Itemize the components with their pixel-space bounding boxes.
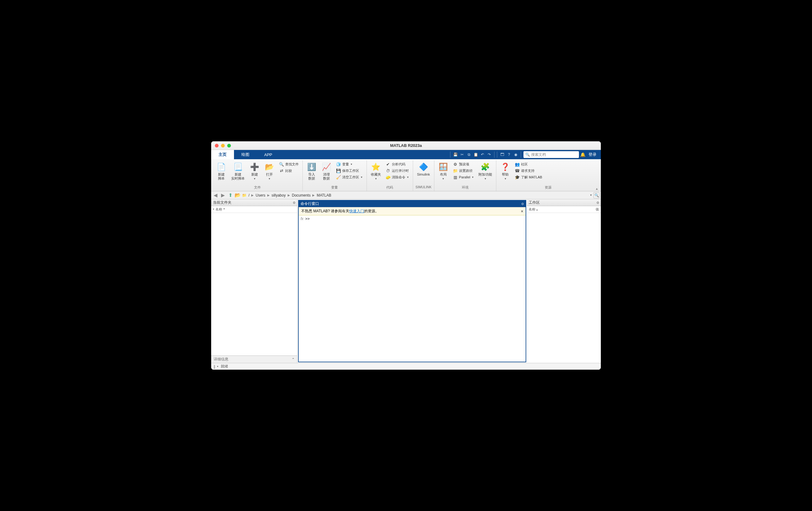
breadcrumb-segment[interactable]: Documents bbox=[292, 193, 311, 197]
new-variable-button[interactable]: 🧊变量 ▼ bbox=[335, 161, 364, 167]
undo-icon[interactable]: ↶ bbox=[480, 152, 486, 158]
minimize-icon[interactable] bbox=[221, 144, 225, 147]
workspace-header[interactable]: 工作区 ⊙ bbox=[527, 199, 601, 206]
new-script-button[interactable]: 📄 新建 脚本 bbox=[215, 161, 228, 182]
help-button[interactable]: ❓ 帮助▼ bbox=[499, 161, 512, 182]
parallel-button[interactable]: ▥Parallel ▼ bbox=[452, 174, 475, 180]
redo-icon[interactable]: ↷ bbox=[486, 152, 492, 158]
chevron-down-icon: ▼ bbox=[375, 178, 377, 180]
path-search-button[interactable]: 🔍 bbox=[593, 192, 600, 198]
new-button[interactable]: ➕ 新建▼ bbox=[248, 161, 261, 182]
chevron-down-icon: ▼ bbox=[442, 178, 444, 180]
community-button[interactable]: 👥社区 bbox=[514, 161, 543, 167]
current-folder-header[interactable]: 当前文件夹 ⊙ bbox=[211, 199, 297, 206]
command-window-body[interactable]: fx >> bbox=[299, 215, 526, 362]
folder-icon: 📁 bbox=[242, 193, 246, 197]
panel-menu-icon[interactable]: ⊙ bbox=[293, 201, 295, 204]
nav-forward-button[interactable]: ▶ bbox=[220, 192, 226, 198]
nav-up-button[interactable]: ⬆ bbox=[227, 192, 233, 198]
tab-plots[interactable]: 绘图 bbox=[234, 150, 257, 159]
chevron-down-icon: ▼ bbox=[350, 163, 353, 166]
path-dropdown-icon[interactable]: ▼ bbox=[590, 194, 592, 196]
help-icon[interactable]: ? bbox=[506, 152, 512, 158]
parallel-icon: ▥ bbox=[453, 174, 458, 180]
panel-menu-icon[interactable]: ⊙ bbox=[521, 202, 524, 206]
ribbon-group-variable: ⬇️ 导入 数据 📈 清理 数据 🧊变量 ▼ 💾保存工作区 🧹清空工作区 ▼ 变… bbox=[303, 160, 367, 191]
tab-apps[interactable]: APP bbox=[257, 150, 280, 159]
search-docs-input[interactable]: 🔍 搜索文档 bbox=[523, 151, 579, 158]
breadcrumb: 📁 /▶ Users▶ sillyaboy▶ Documents▶ MATLAB bbox=[242, 193, 588, 197]
current-folder-column-header[interactable]: ▪ 名称 ▴ bbox=[211, 206, 297, 213]
paste-icon[interactable]: 📋 bbox=[472, 152, 479, 158]
notifications-icon[interactable]: 🔔 bbox=[580, 152, 585, 157]
copy-icon[interactable]: ⧉ bbox=[466, 152, 472, 158]
clean-data-button[interactable]: 📈 清理 数据 bbox=[320, 161, 333, 182]
command-window-panel: 命令行窗口 ⊙ 不熟悉 MATLAB? 请参阅有关快速入门的资源。 × fx >… bbox=[298, 200, 526, 362]
learn-matlab-button[interactable]: 🎓了解 MATLAB bbox=[514, 174, 543, 180]
simulink-icon: 🔷 bbox=[418, 162, 429, 172]
addons-button[interactable]: 🧩 附加功能▼ bbox=[477, 161, 494, 182]
clear-workspace-button[interactable]: 🧹清空工作区 ▼ bbox=[335, 174, 364, 180]
cut-icon[interactable]: ✂ bbox=[459, 152, 465, 158]
community-icon: 👥 bbox=[515, 162, 520, 167]
help-large-icon: ❓ bbox=[500, 162, 510, 172]
window-title: MATLAB R2023a bbox=[390, 143, 422, 148]
new-live-script-button[interactable]: 📃 新建 实时脚本 bbox=[230, 161, 246, 182]
expand-icon[interactable]: ⌃ bbox=[292, 357, 295, 362]
status-menu-icon[interactable]: ▾ bbox=[217, 365, 218, 368]
clean-data-icon: 📈 bbox=[322, 162, 331, 172]
app-window: MATLAB R2023a 主页 绘图 APP 💾 ✂ ⧉ 📋 ↶ ↷ 🗔 ? … bbox=[211, 141, 601, 370]
tab-home[interactable]: 主页 bbox=[211, 150, 234, 159]
sort-asc-icon: ▴ bbox=[224, 207, 225, 212]
collapse-toolstrip-icon[interactable]: ▲ bbox=[595, 187, 598, 190]
analyze-code-button[interactable]: ✔分析代码 bbox=[384, 161, 410, 167]
panel-menu-icon[interactable]: ⊙ bbox=[597, 201, 599, 204]
details-panel-header[interactable]: 详细信息 ⌃ bbox=[211, 355, 297, 363]
file-icon: ▪ bbox=[213, 207, 214, 212]
zoom-icon[interactable] bbox=[227, 144, 231, 147]
chevron-down-icon: ▼ bbox=[253, 178, 256, 180]
compare-button[interactable]: ⇄比较 bbox=[278, 167, 300, 174]
simulink-button[interactable]: 🔷 Simulink bbox=[415, 161, 432, 178]
chevron-right-icon: ▶ bbox=[251, 193, 254, 197]
save-icon[interactable]: 💾 bbox=[452, 152, 458, 158]
save-workspace-button[interactable]: 💾保存工作区 bbox=[335, 167, 364, 174]
find-files-button[interactable]: 🔍查找文件 bbox=[278, 161, 300, 167]
workspace-list[interactable] bbox=[527, 213, 601, 363]
import-data-button[interactable]: ⬇️ 导入 数据 bbox=[305, 161, 318, 182]
chevron-down-icon: ▼ bbox=[360, 176, 363, 179]
chevron-right-icon: ▶ bbox=[267, 193, 270, 197]
login-button[interactable]: 登录 bbox=[587, 152, 598, 157]
layout-button[interactable]: 🪟 布局▼ bbox=[437, 161, 450, 182]
close-icon[interactable] bbox=[215, 144, 219, 147]
request-support-button[interactable]: ☎请求支持 bbox=[514, 167, 543, 174]
breadcrumb-segment[interactable]: sillyaboy bbox=[271, 193, 286, 197]
about-icon[interactable]: ◉ bbox=[513, 152, 519, 158]
switch-windows-icon[interactable]: 🗔 bbox=[499, 152, 505, 158]
open-button[interactable]: 📂 打开▼ bbox=[263, 161, 276, 182]
favorites-button[interactable]: ⭐ 收藏夹▼ bbox=[369, 161, 383, 182]
preferences-button[interactable]: ⚙预设项 bbox=[452, 161, 475, 167]
support-icon: ☎ bbox=[515, 168, 520, 173]
breadcrumb-segment[interactable]: / bbox=[249, 193, 250, 197]
quick-start-link[interactable]: 快速入门 bbox=[349, 209, 364, 213]
command-window-header[interactable]: 命令行窗口 ⊙ bbox=[299, 200, 526, 207]
clear-commands-button[interactable]: 🧽清除命令 ▼ bbox=[384, 174, 410, 180]
fx-icon[interactable]: fx bbox=[300, 217, 303, 221]
chevron-down-icon: ▼ bbox=[472, 176, 474, 179]
workspace-column-headers[interactable]: 名称 ▴ 值 bbox=[527, 206, 601, 213]
close-banner-button[interactable]: × bbox=[521, 209, 523, 214]
layout-icon: 🪟 bbox=[438, 162, 448, 172]
status-bar: ||| ▾ 就绪 bbox=[211, 363, 601, 370]
nav-browse-button[interactable]: 📂 bbox=[235, 192, 241, 198]
run-and-time-button[interactable]: ⏱运行并计时 bbox=[384, 167, 410, 174]
nav-back-button[interactable]: ◀ bbox=[212, 192, 219, 198]
current-folder-list[interactable] bbox=[211, 213, 297, 355]
breadcrumb-segment[interactable]: Users bbox=[256, 193, 265, 197]
ribbon-group-resources: ❓ 帮助▼ 👥社区 ☎请求支持 🎓了解 MATLAB 资源 ▲ bbox=[496, 160, 600, 191]
import-icon: ⬇️ bbox=[307, 162, 317, 172]
set-path-button[interactable]: 📁设置路径 bbox=[452, 167, 475, 174]
plus-icon: ➕ bbox=[250, 162, 260, 172]
chevron-right-icon: ▶ bbox=[312, 193, 315, 197]
breadcrumb-segment[interactable]: MATLAB bbox=[317, 193, 331, 197]
